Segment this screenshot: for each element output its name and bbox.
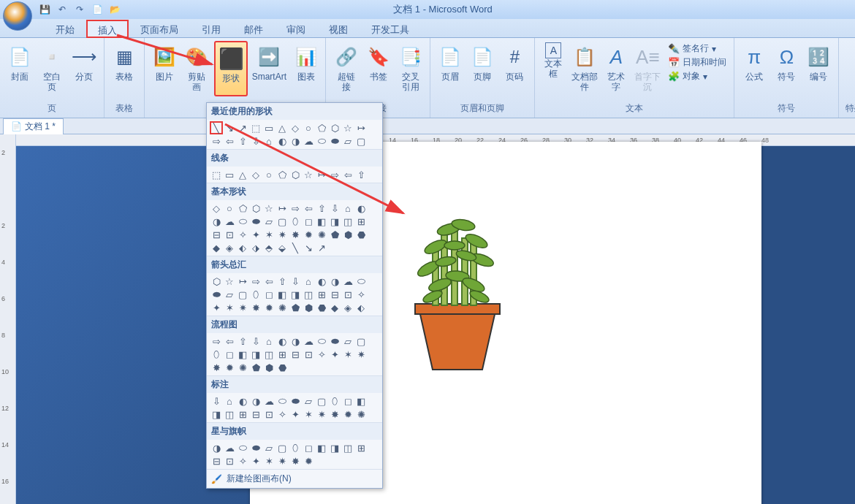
picture-button[interactable]: 🖼️图片 bbox=[149, 41, 180, 93]
shape-item[interactable]: ⬢ bbox=[341, 228, 354, 241]
tab-view[interactable]: 视图 bbox=[317, 19, 360, 37]
gallery-new-canvas[interactable]: 🖌️新建绘图画布(N) bbox=[207, 470, 382, 488]
tab-mailings[interactable]: 邮件 bbox=[232, 19, 275, 37]
shape-item[interactable]: ⬭ bbox=[236, 215, 249, 228]
hyperlink-button[interactable]: 🔗超链接 bbox=[330, 41, 362, 93]
shape-item[interactable]: ✺ bbox=[354, 408, 368, 421]
shape-item[interactable]: ☁ bbox=[262, 394, 276, 408]
shape-item[interactable]: ⬘ bbox=[262, 241, 276, 254]
shape-item[interactable]: ⬭ bbox=[236, 441, 249, 454]
shape-item[interactable]: ⬡ bbox=[249, 202, 262, 215]
shape-item[interactable]: ⇦ bbox=[223, 335, 236, 348]
shape-item[interactable]: ✺ bbox=[276, 301, 289, 314]
shape-item[interactable]: ▱ bbox=[341, 335, 354, 348]
shape-item[interactable]: ▢ bbox=[236, 288, 249, 301]
equation-button[interactable]: π公式 bbox=[739, 41, 770, 93]
shape-item[interactable]: ◫ bbox=[341, 441, 354, 454]
shape-item[interactable]: ☆ bbox=[302, 168, 315, 181]
shape-item[interactable]: ↗ bbox=[236, 121, 249, 134]
clipart-button[interactable]: 🎨剪贴画 bbox=[181, 41, 213, 93]
shape-item[interactable]: ⬯ bbox=[249, 288, 262, 301]
shape-item[interactable]: ⊡ bbox=[223, 454, 236, 467]
shape-item[interactable]: ✦ bbox=[289, 408, 302, 421]
shape-item[interactable]: ☁ bbox=[223, 215, 236, 228]
shape-item[interactable]: ✸ bbox=[328, 408, 341, 421]
shape-item[interactable]: ○ bbox=[262, 168, 276, 181]
document-tab[interactable]: 📄 文档 1 * bbox=[3, 118, 64, 134]
shape-item[interactable]: ○ bbox=[302, 121, 315, 134]
pagenum-button[interactable]: #页码 bbox=[499, 41, 530, 93]
shape-item[interactable]: ▢ bbox=[315, 394, 328, 408]
shape-item[interactable]: ◧ bbox=[315, 215, 328, 228]
shape-item[interactable]: ↦ bbox=[315, 168, 328, 181]
shape-item[interactable]: ⬬ bbox=[289, 394, 302, 408]
shape-item[interactable]: ◨ bbox=[328, 441, 341, 454]
shape-item[interactable]: ⇧ bbox=[236, 335, 249, 348]
shape-item[interactable]: ⬖ bbox=[354, 301, 368, 314]
shape-item[interactable]: ▱ bbox=[341, 134, 354, 148]
qat-redo-icon[interactable]: ↷ bbox=[73, 3, 86, 16]
shape-item[interactable]: ✹ bbox=[223, 361, 236, 374]
shape-item[interactable]: ✷ bbox=[315, 408, 328, 421]
shape-item[interactable]: ⬢ bbox=[262, 361, 276, 374]
shape-item[interactable]: ◫ bbox=[302, 288, 315, 301]
shape-item[interactable]: ⊞ bbox=[276, 348, 289, 361]
shape-item[interactable]: ✹ bbox=[302, 454, 315, 467]
shape-item[interactable]: ⇦ bbox=[341, 168, 354, 181]
shape-item[interactable]: ◐ bbox=[315, 275, 328, 288]
shape-item[interactable]: ◧ bbox=[354, 394, 368, 408]
shape-item[interactable]: ✦ bbox=[249, 454, 262, 467]
textbox-button[interactable]: A文本框 bbox=[539, 41, 567, 80]
shape-item[interactable]: ⇨ bbox=[289, 202, 302, 215]
shape-item[interactable]: ↘ bbox=[223, 121, 236, 134]
shape-item[interactable]: ☁ bbox=[341, 275, 354, 288]
shape-item[interactable]: ⬬ bbox=[249, 215, 262, 228]
shape-item[interactable]: ✧ bbox=[276, 408, 289, 421]
crossref-button[interactable]: 📑交叉 引用 bbox=[395, 41, 425, 93]
shape-item[interactable]: ✸ bbox=[249, 301, 262, 314]
shape-item[interactable]: ⬭ bbox=[315, 134, 328, 148]
shape-item[interactable]: ◐ bbox=[354, 202, 368, 215]
qat-save-icon[interactable]: 💾 bbox=[38, 3, 51, 16]
datetime-button[interactable]: 📅日期和时间 bbox=[668, 56, 726, 69]
shape-item[interactable]: ⬣ bbox=[276, 361, 289, 374]
shape-item[interactable]: ○ bbox=[223, 202, 236, 215]
shape-item[interactable]: ✦ bbox=[249, 228, 262, 241]
shape-item[interactable]: ▭ bbox=[262, 121, 276, 134]
shape-item[interactable]: ✶ bbox=[341, 348, 354, 361]
shape-item[interactable]: ⬟ bbox=[328, 228, 341, 241]
shape-item[interactable]: ▭ bbox=[223, 168, 236, 181]
bookmark-button[interactable]: 🔖书签 bbox=[364, 41, 394, 93]
shape-item[interactable]: ✧ bbox=[236, 454, 249, 467]
shape-item[interactable]: ✹ bbox=[262, 301, 276, 314]
shape-item[interactable]: ✺ bbox=[315, 228, 328, 241]
shape-item[interactable]: ◻ bbox=[302, 215, 315, 228]
shape-item[interactable]: ✸ bbox=[210, 361, 223, 374]
shape-item[interactable]: ✹ bbox=[302, 228, 315, 241]
shape-item[interactable]: ◧ bbox=[276, 288, 289, 301]
shape-item[interactable]: ⇧ bbox=[315, 202, 328, 215]
shape-item[interactable]: ✶ bbox=[262, 454, 276, 467]
number-button[interactable]: 🔢编号 bbox=[803, 41, 834, 93]
shape-item[interactable]: ⬠ bbox=[315, 121, 328, 134]
shape-item[interactable]: ☁ bbox=[223, 441, 236, 454]
shape-item[interactable]: ⬣ bbox=[315, 301, 328, 314]
tab-home[interactable]: 开始 bbox=[44, 19, 86, 37]
shape-item[interactable]: ⌂ bbox=[262, 335, 276, 348]
shape-item[interactable]: ⊞ bbox=[354, 215, 368, 228]
table-button[interactable]: ▦表格 bbox=[109, 41, 140, 93]
shape-item[interactable]: ⇧ bbox=[236, 134, 249, 148]
shape-item[interactable]: ⬟ bbox=[249, 361, 262, 374]
office-button[interactable] bbox=[3, 1, 32, 31]
shape-item[interactable]: △ bbox=[276, 121, 289, 134]
chart-button[interactable]: 📊图表 bbox=[291, 41, 322, 93]
shape-item[interactable]: ⬗ bbox=[249, 241, 262, 254]
shape-item[interactable]: ⬬ bbox=[249, 441, 262, 454]
shape-item[interactable]: ⬚ bbox=[210, 168, 223, 181]
shape-item[interactable]: ◧ bbox=[236, 348, 249, 361]
header-button[interactable]: 📄页眉 bbox=[435, 41, 466, 93]
shape-item[interactable]: ⊡ bbox=[302, 348, 315, 361]
shape-item[interactable]: ▢ bbox=[276, 215, 289, 228]
tab-review[interactable]: 审阅 bbox=[275, 19, 317, 37]
dropcap-button[interactable]: A≡首字下沉 bbox=[631, 41, 664, 93]
